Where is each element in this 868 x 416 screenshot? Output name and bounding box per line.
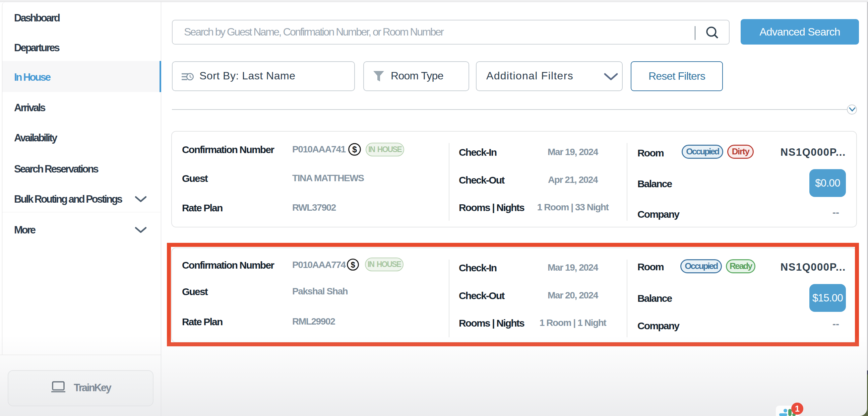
svg-text:$: $ — [352, 145, 357, 154]
